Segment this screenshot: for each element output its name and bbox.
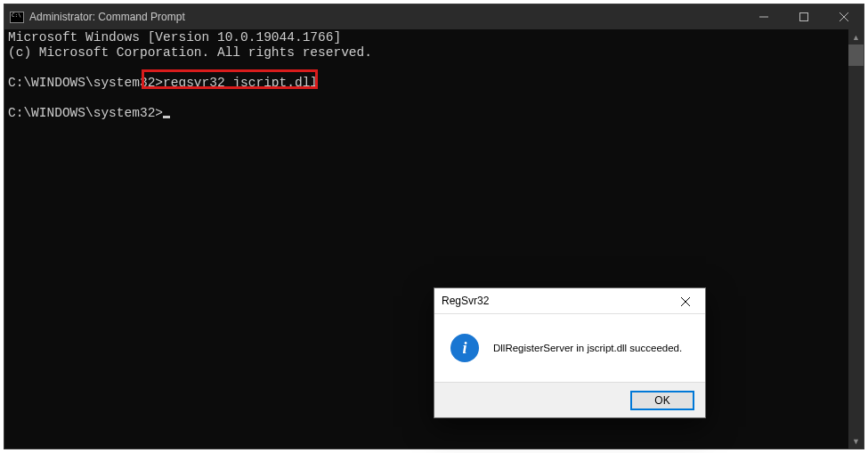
dialog-titlebar[interactable]: RegSvr32 bbox=[434, 288, 705, 314]
scroll-up-arrow-icon[interactable]: ▲ bbox=[848, 29, 864, 44]
dialog-footer: OK bbox=[434, 382, 705, 417]
terminal-line: Microsoft Windows [Version 10.0.19044.17… bbox=[8, 30, 341, 44]
command-text: regsvr32 jscript.dll bbox=[163, 76, 318, 90]
vertical-scrollbar[interactable]: ▲ ▼ bbox=[848, 29, 864, 449]
prompt-prefix: C:\WINDOWS\system32> bbox=[8, 106, 163, 120]
svg-rect-1 bbox=[799, 13, 807, 21]
info-icon: i bbox=[450, 334, 479, 362]
titlebar[interactable]: Administrator: Command Prompt bbox=[4, 4, 864, 29]
window-title: Administrator: Command Prompt bbox=[29, 11, 185, 23]
dialog-message: DllRegisterServer in jscript.dll succeed… bbox=[493, 343, 682, 353]
cmd-icon bbox=[10, 11, 24, 23]
close-button[interactable] bbox=[823, 4, 864, 29]
scroll-down-arrow-icon[interactable]: ▼ bbox=[848, 433, 864, 449]
minimize-button[interactable] bbox=[743, 4, 783, 29]
ok-button[interactable]: OK bbox=[630, 391, 694, 410]
regsvr32-dialog: RegSvr32 i DllRegisterServer in jscript.… bbox=[434, 287, 706, 418]
dialog-content: i DllRegisterServer in jscript.dll succe… bbox=[434, 314, 705, 382]
dialog-title: RegSvr32 bbox=[442, 295, 489, 307]
terminal-output[interactable]: Microsoft Windows [Version 10.0.19044.17… bbox=[4, 29, 848, 449]
terminal-line: (c) Microsoft Corporation. All rights re… bbox=[8, 45, 372, 60]
cursor bbox=[163, 116, 170, 118]
scroll-thumb[interactable] bbox=[848, 44, 864, 66]
window-controls bbox=[743, 4, 864, 29]
prompt-prefix: C:\WINDOWS\system32> bbox=[8, 76, 163, 90]
dialog-close-button[interactable] bbox=[666, 288, 705, 314]
maximize-button[interactable] bbox=[783, 4, 823, 29]
